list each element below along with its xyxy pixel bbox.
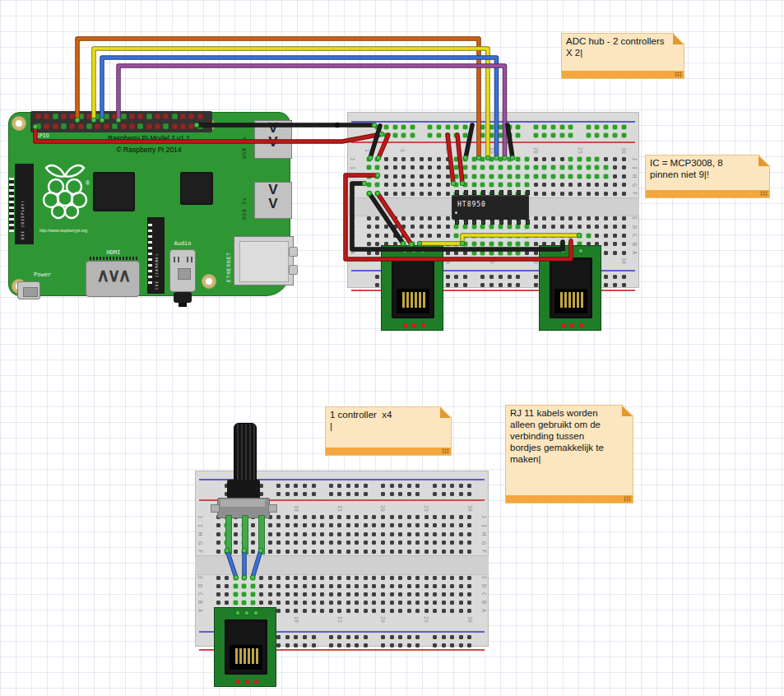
breadboard-hole xyxy=(355,523,359,527)
breadboard-bus-hole xyxy=(285,635,290,639)
rj11-pin-pad xyxy=(244,610,249,615)
audio-jack[interactable] xyxy=(169,249,196,292)
ic-pin xyxy=(455,190,459,195)
row-label: H xyxy=(631,174,638,178)
gpio-pin[interactable] xyxy=(146,114,152,119)
sticky-note-controller[interactable]: 1 controller x4 | xyxy=(325,406,452,456)
gpio-pin[interactable] xyxy=(163,114,169,119)
sticky-note-rj11[interactable]: RJ 11 kabels worden alleen gebruikt om d… xyxy=(505,405,633,503)
gpio-pin[interactable] xyxy=(172,114,178,119)
breadboard-bus-hole xyxy=(346,635,350,639)
breadboard-bus-hole xyxy=(433,635,437,639)
gpio-pin[interactable] xyxy=(61,114,67,119)
sticky-note-mcp3008[interactable]: IC = MCP3008, 8 pinnen niet 9|! xyxy=(645,155,770,198)
breadboard-bus-hole xyxy=(499,275,503,279)
gpio-pin[interactable] xyxy=(188,114,194,119)
breadboard-hole xyxy=(367,234,371,238)
breadboard-hole xyxy=(393,157,397,161)
gpio-pin[interactable] xyxy=(104,114,109,119)
breadboard-hole xyxy=(285,550,290,554)
column-label: 15 xyxy=(336,616,343,623)
breadboard-bus-hole xyxy=(337,643,341,647)
gpio-pin[interactable] xyxy=(137,114,143,119)
gpio-pin[interactable] xyxy=(163,123,169,129)
breadboard-bus-hole xyxy=(364,492,368,496)
rj11-solder-dot xyxy=(412,323,416,327)
gpio-pin[interactable] xyxy=(69,114,75,119)
gpio-pin[interactable] xyxy=(180,114,186,119)
gpio-header[interactable] xyxy=(30,111,212,132)
breadboard-bus-hole xyxy=(450,635,454,639)
gpio-pin[interactable] xyxy=(35,114,41,119)
gpio-pin[interactable] xyxy=(129,114,135,119)
breadboard-hole xyxy=(437,216,441,220)
breadboard-bus-hole xyxy=(433,484,437,488)
breadboard-bus-hole xyxy=(542,125,546,129)
fritzing-canvas[interactable]: 115510101515202025253030JJIIHHGGFFEEDDCC… xyxy=(0,0,784,696)
gpio-pin[interactable] xyxy=(95,123,100,129)
breadboard-hole xyxy=(294,515,298,519)
breadboard-hole xyxy=(459,541,463,545)
rj11-connector-bottom[interactable] xyxy=(214,607,276,687)
gpio-pin[interactable] xyxy=(69,123,75,129)
gpio-pin[interactable] xyxy=(53,114,58,119)
gpio-pin[interactable] xyxy=(188,123,194,129)
gpio-pin[interactable] xyxy=(61,123,67,129)
breadboard-hole xyxy=(268,592,272,596)
gpio-pin[interactable] xyxy=(155,114,160,119)
gpio-pin[interactable] xyxy=(44,123,49,129)
breadboard-hole xyxy=(551,225,555,229)
breadboard-hole xyxy=(516,225,520,229)
breadboard-bus-hole xyxy=(499,133,503,137)
column-label: 30 xyxy=(620,147,627,154)
note-resize-bar[interactable] xyxy=(646,190,769,197)
row-label: G xyxy=(197,541,203,544)
breadboard-bus-hole xyxy=(285,492,290,496)
usb-port-bottom[interactable]: VV xyxy=(254,182,292,219)
breadboard-hole xyxy=(622,225,626,229)
note-resize-bar[interactable] xyxy=(562,71,684,78)
breadboard-hole xyxy=(433,592,437,596)
csi-connector[interactable]: CSI (CAMERA) xyxy=(147,217,165,294)
gpio-pin[interactable] xyxy=(121,123,127,129)
gpio-pin[interactable] xyxy=(146,123,152,129)
gpio-pin[interactable] xyxy=(180,123,186,129)
breadboard-bus-hole xyxy=(480,125,485,129)
breadboard-hole xyxy=(225,592,229,596)
breadboard-hole xyxy=(442,576,446,580)
gpio-pin[interactable] xyxy=(112,123,118,129)
ic-ht8950[interactable]: HT8950 xyxy=(452,195,529,220)
power-connector[interactable] xyxy=(17,281,40,299)
dsi-connector[interactable]: DSI (DISPLAY) xyxy=(15,164,34,244)
gpio-pin[interactable] xyxy=(78,123,84,129)
breadboard-hole xyxy=(446,234,450,238)
sticky-note-adc-hub[interactable]: ADC hub - 2 controllers X 2| xyxy=(561,33,684,79)
breadboard-hole xyxy=(401,157,406,161)
rj11-solder-dot xyxy=(421,323,425,327)
breadboard-hole xyxy=(285,576,290,580)
breadboard-hole xyxy=(312,592,316,596)
ethernet-port[interactable] xyxy=(234,236,294,285)
gpio-pin[interactable] xyxy=(129,123,135,129)
breadboard-hole xyxy=(337,550,341,554)
breadboard-bus-hole xyxy=(415,643,420,647)
gpio-pin[interactable] xyxy=(44,114,49,119)
gpio-pin[interactable] xyxy=(53,123,58,129)
hdmi-port[interactable]: ∧∨∧ xyxy=(86,261,140,297)
breadboard-hole xyxy=(415,584,420,588)
potentiometer[interactable] xyxy=(209,423,283,554)
rj11-solder-dot xyxy=(561,323,565,327)
note-resize-bar[interactable] xyxy=(506,495,633,503)
note-resize-bar[interactable] xyxy=(326,448,451,455)
breadboard-bus-hole xyxy=(390,635,394,639)
gpio-pin[interactable] xyxy=(104,123,109,129)
gpio-pin[interactable] xyxy=(137,123,143,129)
gpio-pin[interactable] xyxy=(86,123,92,129)
gpio-pin[interactable] xyxy=(155,123,160,129)
breadboard-bus-hole xyxy=(303,643,307,647)
gpio-pin[interactable] xyxy=(86,114,92,119)
gpio-pin[interactable] xyxy=(172,123,178,129)
breadboard-hole xyxy=(534,157,538,161)
gpio-pin[interactable] xyxy=(197,114,203,119)
gpio-pin[interactable] xyxy=(121,114,127,119)
